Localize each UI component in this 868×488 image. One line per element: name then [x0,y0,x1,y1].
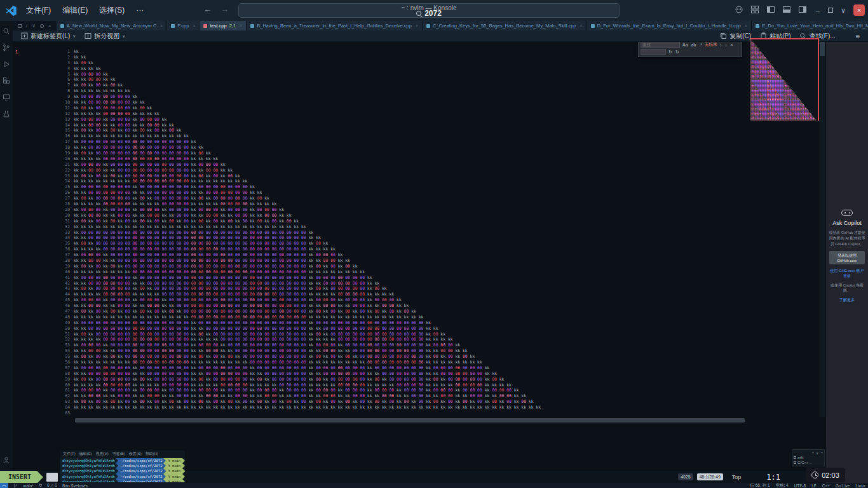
plus-icon[interactable]: + [812,451,815,455]
tab-close-icon[interactable]: × [193,24,195,28]
replace-input[interactable] [641,49,666,55]
code-token: 00 [162,145,170,151]
clock-widget[interactable]: 02:03 [806,468,845,482]
source-control-icon[interactable] [3,44,10,51]
language-status[interactable]: C++ [822,484,830,488]
code-token: kk [88,337,96,342]
replace-all-icon[interactable]: ↻ [675,50,680,55]
chevron-down-icon[interactable]: ∨ [816,451,818,455]
hamburger-menu-icon[interactable]: ≡ [850,32,865,40]
toggle-panel-icon[interactable] [782,5,791,14]
scrollbar-thumb[interactable] [820,42,825,56]
go-live-status[interactable]: Go Live [836,484,850,488]
split-view-button[interactable]: 拆分视图 ∨ [80,30,130,41]
tab-close-icon[interactable]: × [240,24,242,28]
code-token: kk [74,371,81,377]
chevron-down-icon[interactable]: ∨ [32,24,36,29]
cursor-position-status[interactable]: 行 66, 列 1 [750,483,770,488]
editor-tab[interactable]: A_New_World_Now_My_New_Acronym C× [57,21,168,30]
replace-icon[interactable]: ↻ [668,50,673,55]
remote-indicator[interactable]: >< [0,483,8,488]
close-icon[interactable]: × [730,43,734,47]
run-debug-icon[interactable] [3,60,10,68]
customize-layout-icon[interactable] [750,5,759,14]
code-token: 00 [419,354,426,360]
grid-icon[interactable] [18,24,22,28]
git-branch-status[interactable]: main* [23,484,34,488]
tab-close-icon[interactable]: × [580,24,583,28]
code-token: 00 [227,342,235,348]
tab-close-icon[interactable]: × [416,24,418,28]
toggle-secondary-sidebar-icon[interactable] [798,5,807,14]
menu-help[interactable]: 帮助(H) [146,451,158,457]
minimize-button[interactable]: – [813,4,823,16]
maximize-button[interactable] [828,8,833,13]
whole-word-toggle[interactable]: ab [691,43,697,47]
editor-tab[interactable]: test.cpp2,1× [200,21,247,30]
test-beaker-icon[interactable] [3,110,10,118]
code-token: kk [162,315,170,320]
code-token: 00 [220,377,228,383]
tab-close-icon[interactable]: × [160,24,163,28]
menu-edit[interactable]: 编辑(E) [57,3,93,17]
terminal-list-item[interactable]: C/C++… [794,460,823,465]
command-center[interactable]: ~ : nvim — Konsole 2072 [238,3,620,18]
copilot-icon[interactable] [735,5,743,14]
tab-close-icon[interactable]: × [745,24,747,28]
edit-icon[interactable]: / [26,24,27,29]
menu-settings[interactable]: 设置(S) [129,451,142,457]
menu-view[interactable]: 视图(V) [96,451,109,457]
minimap[interactable] [750,38,819,121]
window-menu-chevron-icon[interactable]: ∨ [838,4,848,16]
new-tab-button[interactable]: 新建标签页(L) ∨ [17,30,80,41]
editor-tab[interactable]: E_Do_You_Love_Your_Hero_and_His_Two_Hit_… [752,21,868,30]
extension-status[interactable]: Ban Svetoses [62,484,88,488]
encoding-status[interactable]: UTF-8 [794,484,806,488]
prev-match-icon[interactable]: ↑ [719,43,723,47]
copilot-signin-button[interactable]: 登录以使用 GitHub.com [829,251,865,264]
account-icon[interactable] [3,456,10,464]
code-line: 10kkkk000000000000kkkk [13,100,818,105]
eol-status[interactable]: LF [811,484,817,488]
copilot-ghe-link[interactable]: 使用 GHE.com 帐户登录 [829,268,865,279]
back-arrow-icon[interactable]: ← [203,4,212,14]
sync-icon[interactable]: ↻ [39,483,42,488]
menu-file[interactable]: 文件(F) [63,451,76,457]
editor-tab[interactable]: D_For_Wizards_the_Exam_Is_Easy_but_I_Cou… [587,21,752,30]
os-status[interactable]: Linux [855,484,865,488]
search-icon[interactable] [3,27,10,35]
horizontal-scrollbar[interactable] [75,418,745,423]
menu-file[interactable]: 文件(F) [20,3,57,17]
close-icon[interactable]: × [48,24,51,29]
extensions-icon[interactable] [3,77,10,85]
editor-area[interactable]: 1 1kk2kkkk3kk00kk4kkkkkkkk5kk000000kk6kk… [13,42,825,483]
next-match-icon[interactable]: ↓ [724,43,728,47]
menu-selection[interactable]: 选择(S) [93,3,130,17]
indentation-status[interactable]: 空格: 4 [776,483,789,488]
command-center-search[interactable]: 2072 [239,9,619,18]
code-token: 00 [360,297,367,303]
close-button[interactable]: × [853,4,865,16]
match-case-toggle[interactable]: Aa [682,43,689,47]
remote-explorer-icon[interactable] [3,93,10,101]
find-input[interactable] [641,41,680,48]
record-icon[interactable] [40,24,44,28]
regex-toggle[interactable]: .* [698,43,703,47]
terminal-list-item[interactable]: zsh [794,455,823,460]
forward-arrow-icon[interactable]: → [220,4,229,14]
problems-status[interactable]: 0 △ 0 [47,483,57,488]
tab-strip: A_New_World_Now_My_New_Acronym C×F.cpp×t… [57,21,868,30]
copilot-learn-more-link[interactable]: 了解更多 [839,297,855,302]
toggle-sidebar-icon[interactable] [766,5,775,14]
menu-more[interactable]: ··· [130,3,149,17]
vscode-logo-icon[interactable] [6,5,17,16]
menu-edit[interactable]: 编辑(E) [79,451,92,457]
close-icon[interactable]: × [820,451,823,455]
vertical-scrollbar[interactable] [820,42,825,417]
editor-tab[interactable]: C_Creating_Keys_for_50_Bages_Has_Become_… [423,21,587,30]
editor-tab[interactable]: B_Having_Been_a_Treasurer_in_the_Past_I_… [247,21,423,30]
menu-bookmarks[interactable]: 书签(B) [112,451,125,457]
editor-tab[interactable]: F.cpp× [167,21,200,30]
code-token: 00 [96,365,104,371]
copy-button[interactable]: 复制(C) [715,32,756,41]
